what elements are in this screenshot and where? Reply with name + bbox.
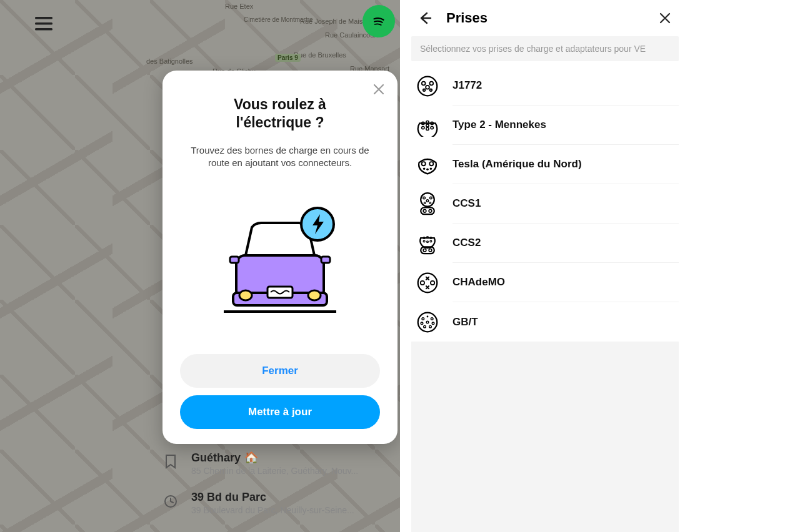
svg-point-14 [418, 76, 438, 96]
svg-point-21 [426, 121, 429, 123]
saved-place-title: Guéthary 🏠 [191, 451, 358, 465]
empty-area [411, 342, 679, 532]
close-icon [373, 84, 384, 95]
svg-point-30 [426, 168, 429, 170]
svg-point-54 [427, 315, 429, 317]
saved-place-address: 39 Boulevard du Parc, Neuilly-sur-Seine.… [191, 505, 354, 515]
plug-label: Type 2 - Mennekes [452, 106, 679, 145]
svg-rect-0 [35, 17, 52, 19]
page-title: Prises [446, 10, 644, 26]
saved-title-text: 39 Bd du Parc [191, 491, 266, 504]
saved-place-address: 85 Chemin de la Laiterie, Guéthary, Nouv… [191, 466, 358, 476]
modal-title-line1: Vous roulez à [234, 96, 326, 112]
svg-point-45 [427, 240, 429, 242]
plug-ccs1-icon [415, 192, 440, 217]
ev-prompt-modal: Vous roulez à l'électrique ? Trouvez des… [162, 71, 398, 444]
plug-row-gbt[interactable]: GB/T [411, 302, 679, 342]
modal-subtitle: Trouvez des bornes de charge en cours de… [180, 144, 380, 170]
svg-point-16 [429, 81, 433, 85]
modal-title-line2: l'électrique ? [236, 114, 324, 131]
recent-icon [161, 492, 180, 511]
svg-point-40 [429, 209, 432, 212]
update-button[interactable]: Mettre à jour [180, 395, 380, 429]
svg-point-29 [423, 167, 426, 170]
plug-list: J1772 Type 2 - Mennekes Tesla (Amérique … [411, 66, 679, 342]
svg-point-25 [431, 126, 433, 129]
saved-place-item[interactable]: Guéthary 🏠 85 Chemin de la Laiterie, Gué… [146, 445, 400, 485]
svg-point-46 [430, 240, 432, 242]
left-phone-screen: Rue Etex Cimetière de Montmartre Rue Jos… [0, 0, 400, 532]
plug-row-type2[interactable]: Type 2 - Mennekes [411, 106, 679, 145]
close-button[interactable]: Fermer [180, 354, 380, 388]
plug-label: CHAdeMO [452, 263, 679, 302]
svg-point-55 [422, 317, 424, 320]
arrow-left-icon [418, 11, 432, 25]
saved-places-list: Guéthary 🏠 85 Chemin de la Laiterie, Gué… [146, 445, 400, 524]
saved-title-text: Guéthary [191, 451, 241, 465]
right-phone-screen: Prises Sélectionnez vos prises de charge… [400, 0, 800, 532]
svg-rect-11 [321, 257, 330, 263]
back-button[interactable] [415, 8, 435, 28]
plug-ccs2-icon [415, 231, 440, 256]
svg-point-15 [422, 81, 426, 85]
instruction-banner: Sélectionnez vos prises de charge et ada… [411, 36, 679, 61]
plug-chademo-icon [415, 270, 440, 295]
header: Prises [411, 0, 679, 36]
svg-point-33 [423, 197, 426, 199]
plug-label: Tesla (Amérique du Nord) [452, 145, 679, 184]
modal-close-button[interactable] [370, 81, 388, 98]
spotify-button[interactable] [362, 5, 395, 37]
svg-point-61 [426, 321, 429, 323]
svg-point-48 [423, 249, 426, 252]
svg-point-36 [424, 202, 426, 204]
svg-point-31 [430, 167, 432, 170]
svg-point-19 [430, 89, 432, 91]
svg-point-23 [422, 126, 424, 129]
svg-point-17 [426, 85, 429, 89]
plug-tesla-icon [415, 152, 440, 177]
svg-point-56 [431, 317, 433, 320]
plug-type2-icon [415, 113, 440, 138]
svg-point-7 [239, 290, 252, 300]
plug-label: GB/T [452, 302, 679, 342]
plug-row-tesla-na[interactable]: Tesla (Amérique du Nord) [411, 145, 679, 184]
svg-point-35 [426, 199, 429, 202]
svg-point-28 [429, 162, 433, 165]
plug-label: CCS1 [452, 184, 679, 224]
menu-button[interactable] [30, 10, 58, 37]
svg-point-58 [432, 322, 434, 325]
plug-label: J1772 [452, 66, 679, 106]
svg-rect-10 [230, 257, 239, 263]
svg-rect-1 [35, 22, 52, 25]
spotify-icon [369, 12, 388, 31]
svg-point-34 [430, 197, 432, 199]
plug-row-ccs1[interactable]: CCS1 [411, 184, 679, 224]
hamburger-icon [35, 17, 52, 31]
plug-row-j1772[interactable]: J1772 [411, 66, 679, 106]
svg-point-27 [422, 162, 426, 165]
svg-point-44 [423, 240, 425, 242]
ev-car-illustration [180, 175, 380, 348]
svg-point-49 [429, 249, 432, 252]
svg-point-57 [421, 322, 423, 325]
svg-rect-2 [35, 28, 52, 31]
bookmark-icon [161, 452, 180, 471]
svg-point-18 [423, 89, 426, 91]
svg-point-60 [429, 325, 432, 328]
svg-point-59 [424, 325, 426, 328]
saved-place-item[interactable]: 39 Bd du Parc 39 Boulevard du Parc, Neui… [146, 485, 400, 524]
house-emoji: 🏠 [244, 451, 258, 465]
svg-point-39 [423, 209, 426, 212]
close-icon [659, 12, 671, 24]
plug-gbt-icon [415, 310, 440, 335]
svg-point-24 [426, 127, 429, 130]
plug-row-ccs2[interactable]: CCS2 [411, 224, 679, 263]
svg-point-8 [308, 290, 321, 300]
modal-title: Vous roulez à l'électrique ? [180, 96, 380, 132]
plug-row-chademo[interactable]: CHAdeMO [411, 263, 679, 302]
svg-point-37 [429, 202, 431, 204]
close-button[interactable] [655, 8, 675, 28]
svg-point-52 [431, 280, 434, 284]
saved-place-title: 39 Bd du Parc [191, 491, 354, 504]
plug-label: CCS2 [452, 224, 679, 263]
